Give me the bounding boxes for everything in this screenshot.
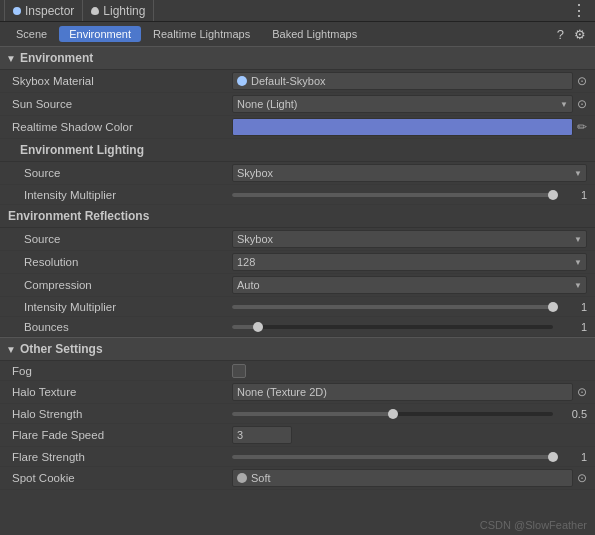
- inspector-dot-icon: [13, 7, 21, 15]
- bounces-thumb[interactable]: [253, 322, 263, 332]
- subtabs-right: ? ⚙: [554, 27, 589, 42]
- skybox-link-icon[interactable]: ⊙: [577, 74, 587, 88]
- section-environment-header[interactable]: ▼ Environment: [0, 46, 595, 70]
- row-env-intensity: Intensity Multiplier 1: [0, 185, 595, 205]
- spot-cookie-dot-icon: [237, 473, 247, 483]
- ref-source-label: Source: [12, 233, 232, 245]
- env-intensity-value: 1: [232, 189, 587, 201]
- halo-strength-value-text: 0.5: [557, 408, 587, 420]
- ref-intensity-value: 1: [232, 301, 587, 313]
- flare-strength-value: 1: [232, 451, 587, 463]
- env-intensity-label: Intensity Multiplier: [12, 189, 232, 201]
- env-lighting-source-dropdown[interactable]: Skybox ▼: [232, 164, 587, 182]
- inspector-tab-label: Inspector: [25, 4, 74, 18]
- row-env-lighting-source: Source Skybox ▼: [0, 162, 595, 185]
- skybox-material-field[interactable]: Default-Skybox: [232, 72, 573, 90]
- env-reflections-label: Environment Reflections: [8, 209, 149, 223]
- row-flare-strength: Flare Strength 1: [0, 447, 595, 467]
- sub-tabs-bar: Scene Environment Realtime Lightmaps Bak…: [0, 22, 595, 46]
- skybox-material-value: Default-Skybox ⊙: [232, 72, 587, 90]
- row-ref-source: Source Skybox ▼: [0, 228, 595, 251]
- resolution-arrow: ▼: [574, 258, 582, 267]
- fog-label: Fog: [12, 365, 232, 377]
- spot-cookie-value: Soft ⊙: [232, 469, 587, 487]
- tab-inspector[interactable]: Inspector: [4, 0, 83, 21]
- flare-strength-label: Flare Strength: [12, 451, 232, 463]
- kebab-icon[interactable]: ⋮: [567, 1, 591, 20]
- ref-source-text: Skybox: [237, 233, 273, 245]
- halo-strength-track[interactable]: [232, 412, 553, 416]
- row-skybox-material: Skybox Material Default-Skybox ⊙: [0, 70, 595, 93]
- halo-strength-thumb[interactable]: [388, 409, 398, 419]
- ref-intensity-track[interactable]: [232, 305, 553, 309]
- fog-value: [232, 364, 587, 378]
- section-env-reflections-header[interactable]: Environment Reflections: [0, 205, 595, 228]
- resolution-dropdown[interactable]: 128 ▼: [232, 253, 587, 271]
- resolution-text: 128: [237, 256, 255, 268]
- settings-icon[interactable]: ⚙: [571, 27, 589, 42]
- env-intensity-value-text: 1: [557, 189, 587, 201]
- spot-cookie-label: Spot Cookie: [12, 472, 232, 484]
- ref-intensity-fill: [232, 305, 553, 309]
- env-lighting-source-text: Skybox: [237, 167, 273, 179]
- row-realtime-shadow: Realtime Shadow Color ✏: [0, 116, 595, 139]
- row-resolution: Resolution 128 ▼: [0, 251, 595, 274]
- halo-strength-label: Halo Strength: [12, 408, 232, 420]
- realtime-shadow-color-swatch[interactable]: [232, 118, 573, 136]
- flare-fade-value: 3: [232, 426, 587, 444]
- other-section-arrow: ▼: [6, 344, 16, 355]
- bounces-track[interactable]: [232, 325, 553, 329]
- row-spot-cookie: Spot Cookie Soft ⊙: [0, 467, 595, 490]
- bounces-value: 1: [232, 321, 587, 333]
- env-lighting-source-arrow: ▼: [574, 169, 582, 178]
- ref-intensity-label: Intensity Multiplier: [12, 301, 232, 313]
- row-bounces: Bounces 1: [0, 317, 595, 337]
- row-ref-intensity: Intensity Multiplier 1: [0, 297, 595, 317]
- flare-strength-thumb[interactable]: [548, 452, 558, 462]
- halo-strength-value: 0.5: [232, 408, 587, 420]
- top-bar: Inspector Lighting ⋮: [0, 0, 595, 22]
- flare-fade-field[interactable]: 3: [232, 426, 292, 444]
- compression-dropdown[interactable]: Auto ▼: [232, 276, 587, 294]
- env-intensity-thumb[interactable]: [548, 190, 558, 200]
- row-halo-strength: Halo Strength 0.5: [0, 404, 595, 424]
- env-intensity-track[interactable]: [232, 193, 553, 197]
- subtab-baked[interactable]: Baked Lightmaps: [262, 26, 367, 42]
- ref-intensity-thumb[interactable]: [548, 302, 558, 312]
- halo-strength-slider-container: 0.5: [232, 408, 587, 420]
- color-edit-icon[interactable]: ✏: [577, 120, 587, 134]
- row-halo-texture: Halo Texture None (Texture 2D) ⊙: [0, 381, 595, 404]
- ref-source-dropdown[interactable]: Skybox ▼: [232, 230, 587, 248]
- subtab-scene[interactable]: Scene: [6, 26, 57, 42]
- tab-lighting[interactable]: Lighting: [83, 0, 154, 21]
- sun-source-link-icon[interactable]: ⊙: [577, 97, 587, 111]
- compression-arrow: ▼: [574, 281, 582, 290]
- section-env-lighting-header[interactable]: Environment Lighting: [0, 139, 595, 162]
- help-icon[interactable]: ?: [554, 27, 567, 42]
- spot-cookie-field[interactable]: Soft: [232, 469, 573, 487]
- spot-cookie-link-icon[interactable]: ⊙: [577, 471, 587, 485]
- halo-texture-link-icon[interactable]: ⊙: [577, 385, 587, 399]
- skybox-dot-icon: [237, 76, 247, 86]
- ref-source-value: Skybox ▼: [232, 230, 587, 248]
- section-other-settings-header[interactable]: ▼ Other Settings: [0, 337, 595, 361]
- env-section-arrow: ▼: [6, 53, 16, 64]
- fog-checkbox[interactable]: [232, 364, 246, 378]
- halo-texture-field[interactable]: None (Texture 2D): [232, 383, 573, 401]
- sun-source-dropdown[interactable]: None (Light) ▼: [232, 95, 573, 113]
- flare-strength-slider-container: 1: [232, 451, 587, 463]
- resolution-value: 128 ▼: [232, 253, 587, 271]
- flare-strength-track[interactable]: [232, 455, 553, 459]
- env-lighting-label: Environment Lighting: [20, 143, 144, 157]
- spot-cookie-text: Soft: [251, 472, 271, 484]
- subtab-environment[interactable]: Environment: [59, 26, 141, 42]
- halo-texture-text: None (Texture 2D): [237, 386, 327, 398]
- row-fog: Fog: [0, 361, 595, 381]
- sun-source-dropdown-text: None (Light): [237, 98, 298, 110]
- ref-intensity-slider-container: 1: [232, 301, 587, 313]
- watermark-text: CSDN @SlowFeather: [480, 519, 587, 531]
- row-compression: Compression Auto ▼: [0, 274, 595, 297]
- env-intensity-slider-container: 1: [232, 189, 587, 201]
- subtab-realtime[interactable]: Realtime Lightmaps: [143, 26, 260, 42]
- halo-texture-label: Halo Texture: [12, 386, 232, 398]
